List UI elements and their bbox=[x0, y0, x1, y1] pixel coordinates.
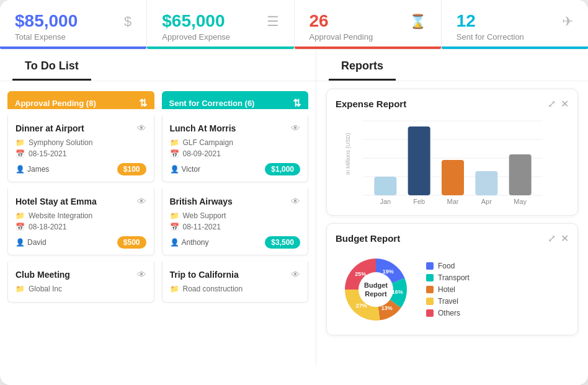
legend-color bbox=[426, 274, 434, 281]
calendar-icon: 📅 bbox=[170, 223, 179, 231]
user-name: Anthony bbox=[182, 238, 209, 247]
stat-label: Sent for Correction bbox=[457, 32, 573, 42]
col-header-label: Approval Pending (8) bbox=[15, 99, 96, 108]
stat-card-approved-expense: ☰ $65,000 Approved Expense bbox=[147, 0, 294, 49]
stat-icon: ✈ bbox=[562, 14, 573, 30]
card-header-row: Hotel Stay at Emma 👁 bbox=[16, 196, 146, 206]
todo-card-card-trip[interactable]: Trip to California 👁 📁Road construction bbox=[162, 262, 309, 303]
main-content: To Do List Approval Pending (8) ⇅ Dinner… bbox=[0, 50, 588, 365]
stat-label: Approval Pending bbox=[310, 32, 426, 42]
todo-card-card-club[interactable]: Club Meeting 👁 📁Global Inc bbox=[7, 262, 154, 303]
calendar-icon: 📅 bbox=[170, 149, 179, 158]
date-value: 08-15-2021 bbox=[29, 149, 66, 158]
card-amount: $3,500 bbox=[265, 236, 300, 249]
todo-card-card-lunch[interactable]: Lunch At Morris 👁 📁GLF Campaign📅08-09-20… bbox=[162, 115, 309, 182]
card-project: 📁GLF Campaign bbox=[170, 138, 301, 147]
svg-text:16%: 16% bbox=[392, 289, 403, 295]
project-name: Symphony Solution bbox=[29, 138, 92, 147]
card-project: 📁Website Integration bbox=[16, 211, 146, 220]
reports-title: Reports bbox=[329, 50, 396, 81]
user-name: Victor bbox=[182, 165, 200, 174]
col-header: Approval Pending (8) ⇅ bbox=[7, 91, 154, 109]
eye-icon[interactable]: 👁 bbox=[291, 269, 300, 280]
card-title: Club Meeting bbox=[16, 270, 70, 280]
user-icon: 👤 bbox=[16, 238, 25, 247]
calendar-icon: 📅 bbox=[16, 149, 25, 158]
legend-item: Transport bbox=[426, 273, 470, 282]
card-footer: 👤David $500 bbox=[16, 236, 146, 249]
card-project: 📁Symphony Solution bbox=[16, 138, 146, 147]
todo-column-sent-correction-col: Sent for Correction (6) ⇅ Lunch At Morri… bbox=[162, 91, 309, 365]
reports-inner: Expense Report ⤢ ✕ In Millions (USD) 403… bbox=[316, 81, 588, 365]
user-name: David bbox=[27, 238, 47, 247]
sort-icon[interactable]: ⇅ bbox=[293, 97, 301, 109]
eye-icon[interactable]: 👁 bbox=[291, 123, 300, 133]
card-date: 📅08-09-2021 bbox=[170, 149, 301, 158]
todo-card-card-hotel[interactable]: Hotel Stay at Emma 👁 📁Website Integratio… bbox=[7, 188, 154, 255]
project-name: Web Support bbox=[183, 211, 226, 220]
todo-section: To Do List Approval Pending (8) ⇅ Dinner… bbox=[0, 50, 316, 365]
folder-icon: 📁 bbox=[16, 285, 25, 293]
donut-chart: 19%16%13%27%25% BudgetReport bbox=[336, 249, 416, 330]
card-header-row: British Airways 👁 bbox=[170, 196, 301, 206]
user-name: James bbox=[27, 165, 49, 174]
todo-card-card-british[interactable]: British Airways 👁 📁Web Support📅08-11-202… bbox=[162, 188, 309, 255]
expand-icon[interactable]: ⤢ bbox=[548, 98, 556, 110]
eye-icon[interactable]: 👁 bbox=[137, 269, 146, 280]
todo-column-approval-pending-col: Approval Pending (8) ⇅ Dinner at Airport… bbox=[7, 91, 154, 365]
user-icon: 👤 bbox=[170, 165, 179, 174]
card-title: Lunch At Morris bbox=[170, 123, 236, 133]
calendar-icon: 📅 bbox=[16, 223, 25, 231]
stat-card-approval-pending: ⌛ 26 Approval Pending bbox=[295, 0, 442, 49]
date-value: 08-09-2021 bbox=[183, 149, 221, 158]
svg-text:Mar: Mar bbox=[447, 198, 459, 205]
expense-report-header: Expense Report ⤢ ✕ bbox=[336, 98, 569, 110]
svg-text:Apr: Apr bbox=[481, 198, 492, 205]
stat-bar bbox=[0, 46, 146, 49]
svg-rect-14 bbox=[442, 160, 464, 195]
expense-report-title: Expense Report bbox=[336, 99, 406, 109]
stat-bar bbox=[147, 46, 293, 49]
folder-icon: 📁 bbox=[16, 138, 25, 147]
card-user: 👤Anthony bbox=[170, 238, 209, 247]
svg-rect-10 bbox=[374, 177, 396, 195]
svg-text:Feb: Feb bbox=[413, 198, 425, 205]
svg-text:25%: 25% bbox=[355, 271, 366, 277]
stat-bar bbox=[442, 46, 588, 49]
close-icon-budget[interactable]: ✕ bbox=[561, 232, 569, 244]
folder-icon: 📁 bbox=[170, 211, 179, 220]
eye-icon[interactable]: 👁 bbox=[137, 196, 146, 206]
card-header-row: Club Meeting 👁 bbox=[16, 269, 146, 280]
card-date: 📅08-15-2021 bbox=[16, 149, 146, 158]
card-footer: 👤Anthony $3,500 bbox=[170, 236, 301, 249]
stat-icon: ☰ bbox=[267, 14, 279, 30]
project-name: Global Inc bbox=[29, 285, 62, 293]
dashboard: $ $85,000 Total Expense ☰ $65,000 Approv… bbox=[0, 0, 588, 385]
card-user: 👤Victor bbox=[170, 165, 200, 174]
card-header-row: Trip to California 👁 bbox=[170, 269, 301, 280]
card-date: 📅08-11-2021 bbox=[170, 223, 301, 231]
card-project: 📁Web Support bbox=[170, 211, 301, 220]
card-title: British Airways bbox=[170, 197, 233, 206]
sort-icon[interactable]: ⇅ bbox=[139, 97, 147, 109]
legend-label: Others bbox=[438, 309, 460, 317]
card-footer: 👤James $100 bbox=[16, 163, 146, 175]
budget-legend: Food Transport Hotel Travel Others bbox=[426, 262, 470, 317]
folder-icon: 📁 bbox=[170, 285, 179, 293]
svg-text:19%: 19% bbox=[383, 268, 394, 275]
expense-report-card: Expense Report ⤢ ✕ In Millions (USD) 403… bbox=[326, 89, 578, 216]
legend-label: Transport bbox=[438, 273, 470, 282]
todo-card-card-dinner[interactable]: Dinner at Airport 👁 📁Symphony Solution📅0… bbox=[7, 115, 154, 182]
legend-color bbox=[426, 309, 434, 317]
svg-rect-18 bbox=[509, 154, 532, 195]
svg-rect-16 bbox=[475, 171, 497, 195]
card-header-row: Lunch At Morris 👁 bbox=[170, 123, 301, 133]
project-name: GLF Campaign bbox=[183, 138, 233, 147]
close-icon[interactable]: ✕ bbox=[561, 98, 569, 110]
svg-text:Jan: Jan bbox=[380, 198, 391, 205]
eye-icon[interactable]: 👁 bbox=[291, 196, 300, 206]
folder-icon: 📁 bbox=[16, 211, 25, 220]
expand-icon-budget[interactable]: ⤢ bbox=[548, 232, 556, 244]
eye-icon[interactable]: 👁 bbox=[137, 123, 146, 133]
y-axis-label: In Millions (USD) bbox=[345, 150, 351, 175]
